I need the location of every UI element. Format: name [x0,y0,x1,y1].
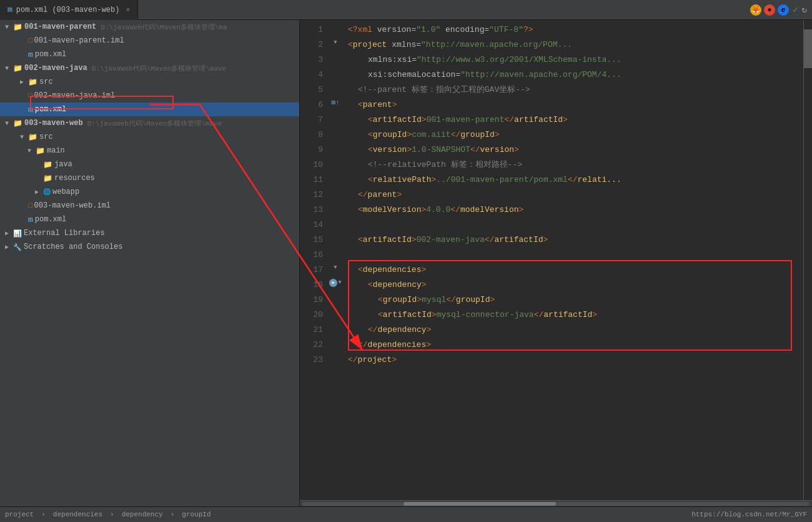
icon-external-libs: 📊 [13,229,22,238]
sidebar-item-002-iml[interactable]: □ 002-maven-java.iml [0,89,299,103]
label-002-src: src [39,78,53,86]
path-001-parent: D:\javaWeb代码\Maven多模块管理\ma [101,23,227,32]
gutter-6[interactable]: m↑ [328,95,343,110]
folder-icon-002-src: 📁 [28,78,37,87]
sidebar-item-003-resources[interactable]: 📁 resources [0,171,299,185]
status-project: project [5,511,34,518]
code-line-14 [348,218,806,233]
fold-icon-18: ▼ [338,279,341,286]
code-line-9: <version>1.0-SNAPSHOT</version> [348,143,806,158]
ie-icon[interactable]: e [778,4,789,16]
check-mark: ✓ [793,4,798,15]
m-icon-002-pom: m [28,105,33,114]
code-line-7: <artifactId>001-maven-parent</artifactId… [348,113,806,128]
sidebar-item-003-web[interactable]: 📁 003-maven-web D:\javaWeb代码\Maven多模块管理\… [0,116,299,130]
arrow-003-main [27,148,34,154]
arrow-002-src [20,78,26,86]
folder-icon-003-resources: 📁 [43,174,52,183]
sidebar-item-003-src[interactable]: 📁 src [0,130,299,144]
sidebar-item-003-main[interactable]: 📁 main [0,144,299,158]
label-002-iml: 002-maven-java.iml [34,91,116,100]
gutter-5 [328,80,343,95]
gutter-3 [328,50,343,65]
code-line-16 [348,248,806,263]
folder-icon-002: 📁 [13,64,22,73]
path-003-web: D:\javaWeb代码\Maven多模块管理\mave [87,119,222,128]
gutter-20 [328,305,343,320]
code-line-2: <project xmlns="http://maven.apache.org/… [348,38,806,53]
sidebar-item-external-libs[interactable]: 📊 External Libraries [0,226,299,240]
label-003-web: 003-maven-web [24,119,83,128]
icon-scratches: 🔧 [13,243,22,251]
gutter-19 [328,290,343,305]
browser-icons: 🦊 ● e [750,4,789,16]
maven-marker-6: m↑ [331,99,339,106]
gutter-14 [328,215,343,230]
sidebar-item-001-parent[interactable]: 📁 001-maven-parent D:\javaWeb代码\Maven多模块… [0,20,299,34]
label-003-resources: resources [54,174,95,183]
iml-icon-002: □ [28,92,32,99]
arrow-002-java [5,65,11,72]
chrome-icon[interactable]: ● [764,4,775,16]
code-line-20: <artifactId>mysql-connector-java</artifa… [348,308,806,323]
label-001-iml: 001-maven-parent.iml [34,36,124,45]
label-external-libs: External Libraries [24,229,105,238]
gutter-2[interactable]: ▼ [328,35,343,50]
code-line-11: <relativePath>../001-maven-parent/pom.xm… [348,173,806,188]
tab-pom-xml[interactable]: m pom.xml (003-maven-web) × [0,0,138,20]
gutter-22 [328,335,343,350]
arrow-003-web [5,120,11,127]
h-scroll-track [302,502,810,506]
gutter-16 [328,245,343,260]
sidebar-item-002-pom[interactable]: m pom.xml [0,103,299,116]
gutter-markers: ▼ m↑ [328,20,343,500]
code-line-23: </project> [348,353,806,368]
status-sep1: › [41,511,46,518]
code-line-10: <!--relativePath 标签：相对路径--> [348,158,806,173]
sidebar-item-003-webapp[interactable]: 🌐 webapp [0,185,299,199]
horizontal-scrollbar[interactable] [300,500,812,506]
sidebar-item-002-java[interactable]: 📁 002-maven-java D:\javaWeb代码\Maven多模块管理… [0,61,299,75]
gutter-8 [328,125,343,140]
label-003-src: src [39,133,53,141]
main-layout: 📁 001-maven-parent D:\javaWeb代码\Maven多模块… [0,20,812,506]
iml-icon-001: □ [28,37,32,44]
gutter-18[interactable]: ▶ ▼ [328,275,343,290]
gutter-17[interactable]: ▼ [328,260,343,275]
sidebar-item-003-pom[interactable]: m pom.xml [0,213,299,226]
label-001-pom: pom.xml [35,50,66,59]
gutter-15 [328,230,343,245]
editor-wrapper: 1 2 3 4 5 6 7 8 9 10 11 12 13 14 15 16 1… [300,20,812,500]
gutter-13 [328,200,343,215]
firefox-icon[interactable]: 🦊 [750,4,761,16]
code-line-3: xmlns:xsi="http://www.w3.org/2001/XMLSch… [348,53,806,68]
sidebar-item-scratches[interactable]: 🔧 Scratches and Consoles [0,240,299,254]
label-scratches: Scratches and Consoles [24,243,122,251]
gear-run-icon: ▶ [329,279,337,287]
gutter-12 [328,185,343,200]
gutter-23 [328,350,343,365]
sidebar-item-001-pom[interactable]: m pom.xml [0,48,299,61]
status-url: https://blog.csdn.net/Mr_GYF [691,511,807,518]
h-scroll-thumb[interactable] [404,502,556,506]
right-scrollbar[interactable]: ✓ [806,20,812,500]
sidebar-item-002-src[interactable]: 📁 src [0,75,299,89]
sidebar-item-003-iml[interactable]: □ 003-maven-web.iml [0,199,299,213]
refresh-button[interactable]: ↻ [802,4,807,15]
status-dependencies: dependencies [53,511,102,518]
m-icon-001-pom: m [28,50,33,59]
tab-label: pom.xml (003-maven-web) [16,6,120,14]
label-003-webapp: webapp [52,188,79,196]
tab-close-button[interactable]: × [126,6,130,14]
sidebar-item-001-iml[interactable]: □ 001-maven-parent.iml [0,34,299,48]
sidebar-item-003-java[interactable]: 📁 java [0,158,299,171]
editor-area: 1 2 3 4 5 6 7 8 9 10 11 12 13 14 15 16 1… [300,20,812,506]
status-dependency: dependency [122,511,163,518]
fold-icon-2: ▼ [334,39,337,46]
gutter-7 [328,110,343,125]
tab-bar: m pom.xml (003-maven-web) × 🦊 ● e ✓ ↻ [0,0,812,20]
code-line-1: <?xml version="1.0" encoding="UTF-8"?> [348,23,806,38]
label-003-iml: 003-maven-web.iml [34,201,111,210]
folder-icon-001: 📁 [13,23,22,32]
project-sidebar: 📁 001-maven-parent D:\javaWeb代码\Maven多模块… [0,20,300,506]
